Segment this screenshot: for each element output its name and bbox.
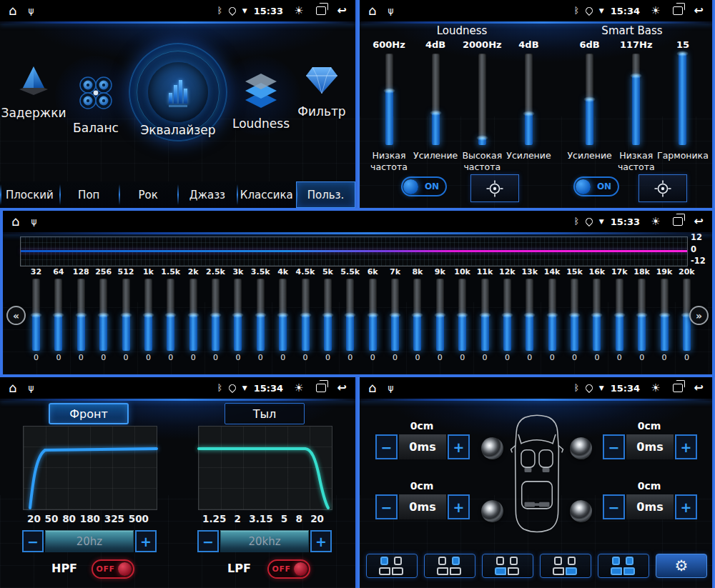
band-slider[interactable]	[32, 279, 40, 351]
home-icon[interactable]: ⌂	[368, 382, 376, 394]
tab-front[interactable]: Фронт	[49, 403, 129, 424]
lpf-minus-button[interactable]: −	[197, 530, 219, 552]
vertical-slider[interactable]	[586, 54, 593, 145]
home-icon[interactable]: ⌂	[11, 215, 19, 228]
location-icon	[584, 383, 594, 393]
tab-rear[interactable]: Тыл	[225, 403, 305, 424]
home-icon[interactable]: ⌂	[9, 382, 16, 394]
minus-button[interactable]: −	[375, 434, 398, 459]
minus-button[interactable]: −	[603, 434, 625, 459]
band-slider[interactable]	[458, 279, 466, 351]
home-icon[interactable]: ⌂	[9, 4, 16, 17]
band-slider[interactable]	[189, 279, 197, 351]
recent-apps-icon[interactable]	[673, 217, 683, 226]
band-slider[interactable]	[212, 279, 220, 351]
circle-disc	[148, 62, 208, 122]
preset-tab[interactable]: Рок	[119, 181, 178, 208]
vertical-slider[interactable]	[385, 54, 393, 145]
recent-apps-icon[interactable]	[673, 6, 683, 15]
band-slider[interactable]	[616, 279, 623, 351]
band-slider[interactable]	[571, 279, 578, 351]
plus-button[interactable]: +	[675, 434, 697, 459]
loudness-reset-button[interactable]	[470, 174, 519, 202]
lpf-plus-button[interactable]: +	[310, 530, 332, 552]
chevron-right-icon: »	[696, 310, 702, 322]
recent-apps-icon[interactable]	[316, 384, 326, 392]
prev-page-button[interactable]: «	[6, 306, 26, 325]
loudness-on-toggle[interactable]: ON	[401, 176, 447, 196]
band-slider[interactable]	[548, 279, 556, 351]
lpf-off-toggle[interactable]: OFF	[267, 559, 310, 579]
brightness-icon[interactable]: ☀	[294, 6, 303, 16]
hpf-off-toggle[interactable]: OFF	[92, 559, 134, 579]
smart-bass-reset-button[interactable]	[638, 174, 687, 202]
band-slider[interactable]	[77, 279, 85, 351]
plus-button[interactable]: +	[448, 494, 470, 519]
smart-bass-on-toggle[interactable]: ON	[573, 176, 619, 196]
vertical-slider[interactable]	[632, 54, 640, 145]
home-icon[interactable]: ⌂	[368, 4, 376, 17]
band-slider[interactable]	[413, 279, 421, 351]
menu-item-balance[interactable]: Баланс	[62, 74, 129, 135]
band-slider[interactable]	[481, 279, 489, 351]
band-slider[interactable]	[99, 279, 107, 351]
menu-item-delays[interactable]: Задержки	[1, 64, 66, 120]
preset-tab[interactable]: Классика	[237, 181, 296, 208]
band-slider[interactable]	[257, 279, 265, 351]
plus-button[interactable]: +	[675, 494, 697, 519]
band-slider[interactable]	[302, 279, 310, 351]
preset-front-right-seat-button[interactable]	[424, 554, 475, 578]
band-slider[interactable]	[54, 279, 62, 351]
hpf-plus-button[interactable]: +	[135, 530, 157, 552]
preset-tab[interactable]: Польз.	[296, 181, 355, 208]
band-slider[interactable]	[638, 279, 646, 351]
back-icon[interactable]: ↩	[694, 5, 704, 16]
band-slider[interactable]	[526, 279, 533, 351]
band-slider[interactable]	[279, 279, 287, 351]
menu-item-loudness[interactable]: Loudness	[227, 74, 295, 131]
back-icon[interactable]: ↩	[337, 382, 347, 394]
band-slider[interactable]	[167, 279, 174, 351]
preset-tab[interactable]: Поп	[59, 181, 119, 208]
band-slider[interactable]	[346, 279, 354, 351]
vertical-slider[interactable]	[679, 54, 686, 145]
vertical-slider[interactable]	[525, 54, 533, 145]
band-slider[interactable]	[436, 279, 444, 351]
minus-button[interactable]: −	[375, 494, 398, 519]
recent-apps-icon[interactable]	[673, 384, 683, 392]
band-slider[interactable]	[234, 279, 242, 351]
preset-tab[interactable]: Плоский	[0, 181, 59, 208]
preset-rear-left-seat-button[interactable]	[482, 554, 533, 578]
band-slider[interactable]	[122, 279, 130, 351]
vertical-slider[interactable]	[432, 54, 440, 145]
brightness-icon[interactable]: ☀	[651, 383, 660, 394]
slider-value: 117Hz	[620, 39, 653, 51]
band-slider[interactable]	[593, 279, 601, 351]
plus-button[interactable]: +	[448, 434, 470, 459]
back-icon[interactable]: ↩	[694, 216, 704, 227]
brightness-icon[interactable]: ☀	[651, 216, 660, 227]
wifi-icon: ▼	[599, 385, 604, 392]
brightness-icon[interactable]: ☀	[651, 6, 660, 16]
band-slider[interactable]	[661, 279, 669, 351]
band-slider[interactable]	[503, 279, 511, 351]
band-slider[interactable]	[324, 279, 332, 351]
delay-settings-button[interactable]: ⚙	[656, 554, 707, 578]
preset-front-left-seat-button[interactable]	[366, 554, 418, 578]
hpf-minus-button[interactable]: −	[22, 530, 44, 552]
back-icon[interactable]: ↩	[337, 5, 347, 16]
minus-button[interactable]: −	[603, 494, 625, 519]
rear-left-seat-icon	[495, 557, 521, 575]
preset-all-seats-button[interactable]	[598, 554, 649, 578]
recent-apps-icon[interactable]	[316, 6, 326, 15]
menu-item-filter[interactable]: Фильтр	[289, 64, 355, 119]
band-slider[interactable]	[391, 279, 399, 351]
band-slider[interactable]	[144, 279, 152, 351]
brightness-icon[interactable]: ☀	[294, 383, 303, 394]
back-icon[interactable]: ↩	[694, 382, 704, 394]
band-slider[interactable]	[369, 279, 377, 351]
preset-tab[interactable]: Джазз	[177, 181, 237, 208]
next-page-button[interactable]: »	[689, 306, 709, 325]
vertical-slider[interactable]	[478, 54, 486, 145]
preset-rear-right-seat-button[interactable]	[540, 554, 591, 578]
